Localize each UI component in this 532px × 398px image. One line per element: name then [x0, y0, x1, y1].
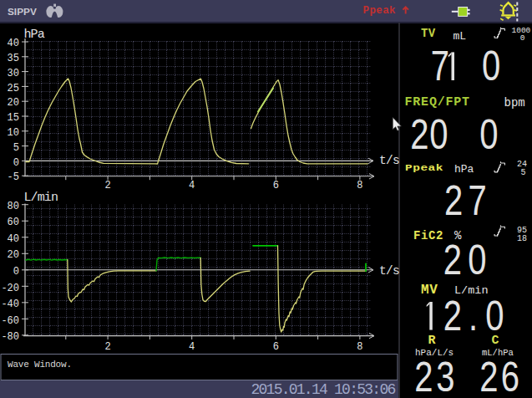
svg-text:0: 0 [13, 157, 19, 169]
svg-text:6: 6 [273, 180, 279, 191]
svg-text:5: 5 [13, 142, 19, 154]
svg-text:L/min: L/min [24, 191, 58, 205]
svg-text:4: 4 [189, 341, 195, 353]
svg-text:0: 0 [13, 266, 19, 278]
svg-text:hPa: hPa [24, 28, 45, 42]
svg-text:Ppeak: Ppeak [363, 5, 397, 17]
svg-text:2: 2 [444, 177, 463, 224]
svg-text:35: 35 [8, 53, 19, 64]
svg-text:6: 6 [273, 341, 279, 353]
svg-text:0: 0 [429, 111, 448, 158]
svg-text:30: 30 [8, 68, 19, 79]
svg-text:0: 0 [482, 43, 500, 89]
svg-text:-60: -60 [1, 315, 19, 327]
svg-text:18: 18 [517, 234, 527, 243]
svg-text:R: R [428, 334, 436, 348]
svg-text:2: 2 [104, 341, 110, 353]
svg-text:-80: -80 [1, 331, 19, 343]
svg-text:-20: -20 [1, 283, 19, 294]
svg-text:2015.01.14 10:53:06: 2015.01.14 10:53:06 [251, 381, 396, 398]
svg-text:-5: -5 [8, 171, 19, 183]
svg-text:Wave Window.: Wave Window. [8, 360, 72, 370]
svg-text:TV: TV [421, 27, 436, 40]
svg-text:0: 0 [485, 293, 504, 339]
svg-text:hPa: hPa [454, 163, 474, 176]
svg-text:0: 0 [479, 111, 498, 158]
svg-text:2: 2 [104, 180, 110, 191]
svg-text:mL: mL [453, 30, 467, 43]
svg-text:20: 20 [8, 97, 19, 109]
svg-text:80: 80 [8, 201, 19, 212]
svg-text:FiC2: FiC2 [413, 229, 443, 242]
svg-text:Ppeak: Ppeak [405, 162, 443, 173]
svg-text:40: 40 [8, 233, 19, 245]
svg-text:.: . [469, 293, 478, 339]
svg-text:10: 10 [8, 127, 19, 139]
svg-text:t/s: t/s [379, 154, 399, 167]
svg-text:7: 7 [468, 177, 486, 224]
svg-text:7: 7 [431, 43, 449, 89]
svg-text:2: 2 [443, 236, 462, 283]
svg-text:40: 40 [8, 38, 19, 49]
svg-text:C: C [492, 334, 499, 348]
svg-text:2: 2 [479, 354, 498, 398]
svg-text:8: 8 [357, 180, 362, 191]
svg-text:0: 0 [520, 33, 525, 43]
svg-text:MV: MV [421, 283, 438, 298]
svg-text:8: 8 [357, 341, 362, 353]
svg-text:60: 60 [8, 217, 19, 228]
svg-text:15: 15 [8, 112, 19, 124]
svg-text:t/s: t/s [379, 264, 399, 278]
svg-text:4: 4 [189, 180, 195, 191]
svg-text:SIPPV: SIPPV [8, 6, 37, 18]
svg-text:6: 6 [501, 354, 519, 398]
svg-text:FREQ/FPT: FREQ/FPT [405, 95, 470, 110]
svg-text:-40: -40 [1, 298, 19, 310]
svg-text:5: 5 [520, 168, 525, 177]
svg-text:25: 25 [8, 83, 19, 94]
svg-text:3: 3 [436, 354, 454, 398]
svg-text:bpm: bpm [504, 96, 525, 110]
svg-text:0: 0 [468, 236, 486, 283]
svg-text:20: 20 [8, 249, 19, 261]
svg-text:2: 2 [410, 111, 428, 158]
svg-text:2: 2 [443, 293, 462, 339]
svg-text:2: 2 [414, 354, 433, 398]
